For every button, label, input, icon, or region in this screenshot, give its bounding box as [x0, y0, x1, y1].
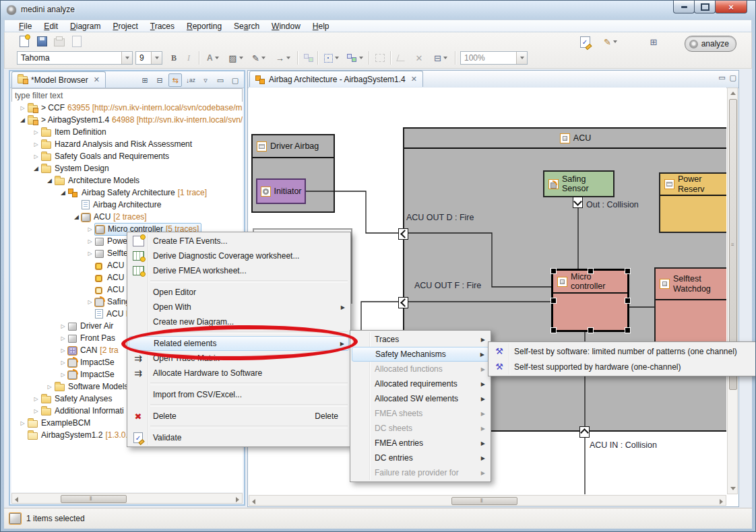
sort-icon[interactable]: ↓az [185, 74, 197, 86]
menubar-item-traces[interactable]: Traces [144, 20, 181, 32]
minimize-button[interactable] [673, 1, 695, 13]
menu-item-open-with[interactable]: Open With▶ [129, 300, 349, 314]
close-tab-icon[interactable]: ✕ [94, 75, 100, 84]
collapse-arrow-icon[interactable]: ◢ [45, 177, 54, 184]
menu-item-validate[interactable]: ✓Validate [129, 430, 349, 445]
select-mode-button[interactable] [321, 51, 342, 65]
collapse-all-icon[interactable]: ⊟ [154, 74, 166, 86]
tree-item-system-design[interactable]: ◢System Design [11, 162, 243, 174]
expand-arrow-icon[interactable]: ▷ [59, 335, 67, 341]
layout-mode-button[interactable] [344, 51, 366, 65]
menu-item-self-test-supported-by-hardware-one-channel[interactable]: ⚒Self-test supported by hardware (one-ch… [490, 359, 756, 374]
selection-handle[interactable] [625, 298, 631, 304]
menu-item-import-from-csv-excel[interactable]: Import from CSV/Excel... [129, 387, 349, 402]
menubar-item-file[interactable]: File [13, 20, 38, 32]
tree-item-airbagsystem1-4[interactable]: ◢> AirbagSystem1.464988 [http://svn.ikv-… [11, 114, 243, 126]
menu-item-delete[interactable]: ✖DeleteDelete [129, 409, 349, 424]
expand-arrow-icon[interactable]: ▷ [32, 408, 40, 414]
menubar-item-reporting[interactable]: Reporting [181, 20, 228, 32]
menubar-item-edit[interactable]: Edit [38, 20, 64, 32]
fill-color-button[interactable]: ▨ [226, 51, 246, 65]
split-view-button[interactable]: ⊟ [429, 51, 452, 65]
font-color-button[interactable]: A [203, 51, 223, 65]
tree-item-architecture-models[interactable]: ◢Architecture Models [11, 174, 243, 187]
scroll-left-icon[interactable] [15, 497, 18, 502]
expand-arrow-icon[interactable]: ▷ [86, 226, 94, 232]
block-selftest-watchdog[interactable]: Selftest Watchdog [654, 267, 726, 343]
bounds-button[interactable] [373, 51, 387, 65]
selection-handle[interactable] [550, 327, 557, 333]
tree-item-airbag-safety-architecture[interactable]: ◢Airbag Safety Architecture[1 trace] [11, 187, 243, 199]
editor-vscrollbar[interactable]: ≡ [727, 88, 738, 494]
acu-out-d-port[interactable] [398, 228, 408, 240]
font-size-combo[interactable]: 9 [135, 51, 162, 65]
expand-arrow-icon[interactable]: ▷ [59, 360, 67, 366]
selection-handle[interactable] [550, 298, 557, 304]
menubar-item-diagram[interactable]: Diagram [64, 20, 106, 32]
menu-item-dc-sheets[interactable]: DC sheets▶ [352, 421, 489, 436]
report-button[interactable] [69, 34, 84, 48]
save-button[interactable] [34, 34, 49, 48]
maximize-view-icon[interactable]: ▢ [229, 74, 241, 86]
menu-item-fmea-sheets[interactable]: FMEA sheets▶ [352, 406, 489, 421]
expand-arrow-icon[interactable]: ▷ [59, 323, 67, 329]
scrollbar-thumb[interactable]: ⦀ [451, 497, 517, 505]
menu-item-allocated-functions[interactable]: Allocated functions▶ [352, 362, 489, 376]
menu-item-allocated-sw-elements[interactable]: Allocated SW elements▶ [352, 391, 489, 406]
connector-style-button[interactable]: → [272, 51, 294, 65]
collapse-arrow-icon[interactable]: ◢ [18, 117, 27, 123]
menu-item-derive-fmea-worksheet[interactable]: Derive FMEA worksheet... [129, 263, 349, 278]
scroll-down-icon[interactable] [730, 487, 736, 490]
expand-arrow-icon[interactable]: ▷ [59, 347, 67, 354]
menu-item-open-editor[interactable]: Open Editor [129, 285, 349, 300]
expand-arrow-icon[interactable]: ▷ [18, 105, 27, 111]
scrollbar-thumb[interactable]: ⦀ [61, 495, 127, 503]
selection-handle[interactable] [625, 327, 631, 333]
close-button[interactable]: × [715, 1, 747, 13]
selection-handle[interactable] [588, 327, 594, 333]
expand-arrow-icon[interactable]: ▷ [32, 141, 40, 147]
tree-item-airbag-architecture[interactable]: Airbag Architecture [11, 199, 243, 211]
selection-handle[interactable] [625, 268, 631, 274]
analyze-perspective-button[interactable]: analyze [685, 36, 736, 52]
remove-bendpoint-button[interactable]: ✕ [412, 51, 427, 65]
expand-arrow-icon[interactable]: ▷ [59, 372, 67, 378]
menubar-item-search[interactable]: Search [228, 20, 265, 32]
bold-button[interactable]: B [166, 51, 181, 65]
tree-item-ccf[interactable]: ▷> CCF63955 [http://svn.ikv-intern.local… [11, 102, 243, 114]
editor-tab[interactable]: Airbag Architecture - AirbagSystem1.4 ✕ [249, 71, 423, 87]
copy-appearance-button[interactable] [301, 51, 316, 65]
italic-button[interactable]: I [181, 51, 196, 65]
font-family-combo[interactable]: Tahoma [17, 51, 133, 65]
menu-item-fmea-entries[interactable]: FMEA entries▶ [352, 436, 489, 451]
expand-arrow-icon[interactable]: ▷ [32, 396, 40, 402]
block-micro-controller[interactable]: Micro controller [551, 269, 629, 332]
selection-handle[interactable] [588, 268, 594, 274]
annotate-button[interactable]: ✎ [599, 35, 622, 48]
menubar-item-help[interactable]: Help [307, 20, 336, 32]
scroll-right-icon[interactable] [720, 499, 723, 504]
menu-item-derive-diagnostic-coverage-worksheet[interactable]: Derive Diagnostic Coverage worksheet... [129, 248, 349, 263]
editor-hscrollbar[interactable]: ⦀ [249, 495, 726, 506]
view-menu-icon[interactable]: ▿ [199, 74, 212, 86]
maximize-view-icon[interactable]: ▢ [730, 73, 736, 82]
line-style-button[interactable]: ✎ [249, 51, 269, 65]
menu-item-allocated-requirements[interactable]: Allocated requirements▶ [352, 376, 489, 391]
menubar-item-window[interactable]: Window [265, 20, 307, 32]
block-safing-sensor[interactable]: Safing Sensor [543, 170, 615, 197]
menu-item-create-fta-events[interactable]: Create FTA Events... [129, 234, 349, 248]
selection-handle[interactable] [550, 268, 557, 274]
block-initiator[interactable]: Initiator [256, 178, 306, 204]
menubar-item-project[interactable]: Project [106, 20, 144, 32]
minimize-view-icon[interactable]: ▭ [214, 74, 226, 86]
tree-item-acu[interactable]: ◢ACU[2 traces] [11, 211, 243, 223]
model-browser-tab[interactable]: *Model Browser ✕ [11, 71, 106, 88]
menu-item-dc-entries[interactable]: DC entries▶ [352, 451, 489, 465]
collapse-arrow-icon[interactable]: ◢ [59, 189, 67, 196]
tree-hscrollbar[interactable]: ⦀ [11, 493, 243, 504]
scroll-left-icon[interactable] [252, 499, 255, 504]
block-power-reserve[interactable]: Power Reserv [659, 172, 726, 233]
open-perspective-button[interactable]: ⊞ [646, 35, 661, 48]
collapse-arrow-icon[interactable]: ◢ [72, 213, 81, 220]
bendpoint-button[interactable] [394, 51, 409, 65]
